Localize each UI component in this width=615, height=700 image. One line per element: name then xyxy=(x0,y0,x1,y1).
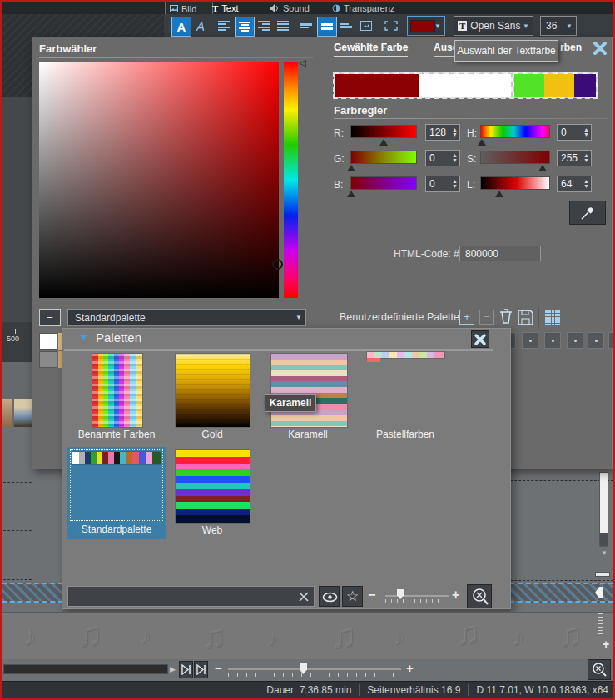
palette-slot[interactable] xyxy=(544,332,561,349)
close-icon[interactable] xyxy=(471,330,489,348)
font-family-combo[interactable]: T Open Sans ▼ xyxy=(454,16,533,36)
spinbox-g[interactable]: 0▲▼ xyxy=(425,150,460,166)
slider-b[interactable] xyxy=(350,176,417,190)
color-cursor[interactable] xyxy=(272,259,283,270)
align-justify-icon[interactable] xyxy=(275,17,291,35)
close-icon[interactable] xyxy=(592,41,608,56)
collapse-button[interactable]: − xyxy=(39,309,61,326)
font-size-combo[interactable]: 36 ▼ xyxy=(540,16,577,36)
align-right-icon[interactable] xyxy=(255,17,272,35)
palette-thumb-pastellfarben[interactable] xyxy=(367,358,380,362)
collapse-triangle-icon[interactable] xyxy=(79,335,87,340)
slider-h[interactable] xyxy=(480,125,550,138)
timeline-zoom-in-icon[interactable]: + xyxy=(406,661,414,675)
play-range-button[interactable] xyxy=(179,661,193,678)
align-left-icon[interactable] xyxy=(216,17,232,35)
skip-end-button[interactable] xyxy=(194,661,208,678)
remove-palette-icon[interactable]: − xyxy=(479,310,494,325)
slider-marker[interactable] xyxy=(347,165,355,171)
tab-text[interactable]: T Text xyxy=(208,2,261,14)
zoom-out-icon[interactable]: − xyxy=(368,588,375,603)
spinbox-h[interactable]: 0▲▼ xyxy=(557,124,592,141)
filter-input[interactable] xyxy=(67,586,315,607)
vertical-zoom-in-icon[interactable]: + xyxy=(603,638,609,651)
add-palette-icon[interactable]: + xyxy=(459,310,474,325)
palette-slot[interactable] xyxy=(588,332,604,349)
clip-thumbnail[interactable] xyxy=(2,399,12,427)
align-center-icon[interactable] xyxy=(235,17,255,37)
spinbox-r[interactable]: 128▲▼ xyxy=(425,124,460,141)
valign-middle-icon[interactable] xyxy=(317,17,337,37)
italic-button[interactable]: A xyxy=(192,17,209,35)
delete-palette-icon[interactable] xyxy=(499,309,513,325)
slider-marker[interactable] xyxy=(347,191,355,197)
zoom-in-icon[interactable]: + xyxy=(452,588,459,603)
spin-down-icon[interactable]: ▼ xyxy=(452,132,458,137)
thumb-size-slider[interactable] xyxy=(385,595,449,597)
palette-swatch[interactable] xyxy=(39,333,57,350)
slider-marker[interactable] xyxy=(478,139,486,146)
palette-combo[interactable]: Standardpalette ▼ xyxy=(67,309,306,326)
color-swatch[interactable] xyxy=(574,74,596,97)
palette-slot[interactable] xyxy=(567,332,583,349)
save-palette-icon[interactable] xyxy=(518,310,533,325)
scroll-right-icon[interactable]: ▶ xyxy=(170,664,176,674)
spin-down-icon[interactable]: ▼ xyxy=(452,184,458,189)
palette-item-label[interactable]: Pastellfarben xyxy=(351,429,459,440)
splitter-handle[interactable] xyxy=(595,572,610,577)
palette-thumb-gold[interactable] xyxy=(176,354,250,427)
html-code-input[interactable]: 800000 xyxy=(459,246,541,261)
spin-down-icon[interactable]: ▼ xyxy=(583,132,589,137)
spin-down-icon[interactable]: ▼ xyxy=(452,158,458,163)
color-swatch[interactable] xyxy=(335,74,419,97)
scroll-down-button[interactable]: ▼ xyxy=(599,549,609,560)
palette-item-standardpalette-selected[interactable]: Standardpalette xyxy=(67,447,166,539)
slider-marker[interactable] xyxy=(379,139,388,146)
zoom-fit-button[interactable] xyxy=(467,584,492,608)
scrollbar-thumb[interactable] xyxy=(600,533,608,546)
tab-transparenz[interactable]: Transparenz xyxy=(328,2,413,14)
tab-sound[interactable]: Sound xyxy=(266,2,328,14)
palette-thumb-benannte-farben[interactable] xyxy=(92,354,142,427)
clip-thumbnail[interactable] xyxy=(14,399,32,427)
spinbox-l[interactable]: 64▲▼ xyxy=(557,176,592,192)
eyedropper-button[interactable] xyxy=(569,201,606,225)
timeline-zoom-slider[interactable] xyxy=(228,668,401,670)
color-swatch[interactable] xyxy=(514,74,544,97)
slider-g[interactable] xyxy=(350,151,417,164)
palette-item-label[interactable]: Benannte Farben xyxy=(62,429,171,440)
slider-l[interactable] xyxy=(480,176,550,190)
palette-thumb-karamell[interactable] xyxy=(271,354,347,427)
favorite-star-button[interactable]: ☆ xyxy=(342,586,363,607)
palette-slot[interactable] xyxy=(608,332,615,349)
tab-selected-color[interactable]: Gewählte Farbe xyxy=(334,42,408,57)
saturation-value-square[interactable] xyxy=(39,62,279,298)
slider-marker[interactable] xyxy=(538,165,547,171)
color-swatch[interactable] xyxy=(419,74,511,97)
palette-grid-icon[interactable] xyxy=(544,310,560,325)
bold-button[interactable]: A xyxy=(171,17,191,37)
fit-text-icon[interactable] xyxy=(381,17,401,35)
palette-item-label[interactable]: Web xyxy=(158,524,266,536)
palette-slot[interactable] xyxy=(522,332,538,349)
slider-thumb[interactable] xyxy=(397,589,404,599)
hue-strip[interactable] xyxy=(284,62,298,298)
spin-down-icon[interactable]: ▼ xyxy=(583,184,589,189)
spinbox-b[interactable]: 0▲▼ xyxy=(425,176,460,192)
spin-down-icon[interactable]: ▼ xyxy=(583,158,589,163)
preview-eye-button[interactable] xyxy=(319,586,340,607)
valign-top-icon[interactable] xyxy=(298,17,315,35)
palette-item-label[interactable]: Gold xyxy=(158,429,266,440)
clear-filter-icon[interactable] xyxy=(297,590,310,603)
tab-colors-fragment[interactable]: rben xyxy=(560,42,582,53)
text-frame-icon[interactable] xyxy=(357,17,375,35)
slider-r[interactable] xyxy=(350,125,417,138)
timeline-zoom-out-icon[interactable]: − xyxy=(215,661,222,675)
slider-s[interactable] xyxy=(480,151,550,164)
palette-thumb-pastellfarben[interactable] xyxy=(367,352,444,358)
hue-marker[interactable]: ◁ xyxy=(299,57,305,68)
color-swatch[interactable] xyxy=(544,74,574,97)
slider-marker[interactable] xyxy=(495,191,503,197)
timeline-zoom-fit-button[interactable] xyxy=(588,659,611,680)
text-color-dropdown[interactable]: ▼ xyxy=(407,16,445,36)
